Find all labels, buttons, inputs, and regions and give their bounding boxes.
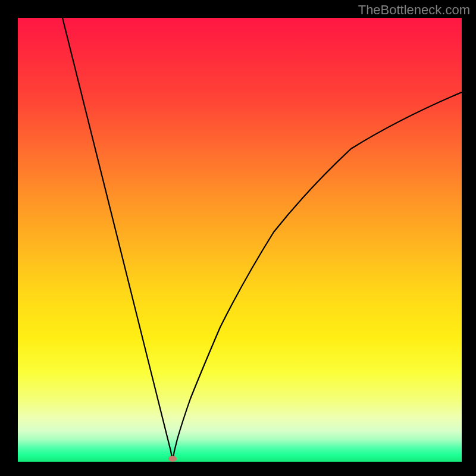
- bottleneck-curve: [62, 18, 462, 461]
- chart-container: TheBottleneck.com: [0, 0, 476, 476]
- minimum-marker: [168, 456, 177, 462]
- curve-svg: [18, 18, 462, 462]
- watermark-text: TheBottleneck.com: [358, 2, 470, 18]
- plot-area: [18, 18, 462, 462]
